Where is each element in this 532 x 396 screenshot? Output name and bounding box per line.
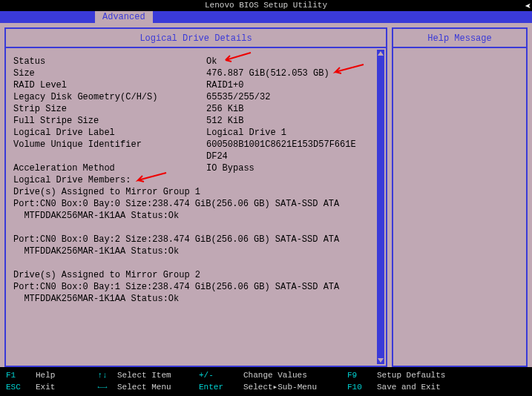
mirror-group-1-label: Drive(s) Assigned to Mirror Group 1 (13, 186, 374, 198)
hotkey-plusminus: +/- (199, 369, 243, 381)
full-stripe-label: Full Stripe Size (13, 115, 206, 127)
hotkey-esc: ESC (6, 381, 36, 393)
hotkey-leftright: ←→ (88, 381, 117, 393)
geometry-value: 65535/255/32 (206, 91, 374, 103)
main-area: Logical Drive Details StatusOk Size476.8… (0, 23, 532, 367)
hotkey-f9-desc: Setup Defaults (377, 369, 445, 381)
members-label: Logical Drive Members: (13, 174, 374, 186)
drive-entry: Port:CN0 Box:0 Bay:1 Size:238.474 GiB(25… (13, 281, 374, 293)
tab-bar: Advanced (0, 11, 532, 23)
drive-entry-detail: MTFDDAK256MAR-1K1AA Status:Ok (13, 245, 374, 257)
hotkey-enter: Enter (199, 381, 243, 393)
strip-value: 256 KiB (206, 103, 374, 115)
window-title: Lenovo BIOS Setup Utility (0, 0, 532, 11)
hotkey-f9: F9 (347, 369, 377, 381)
footer-hotkeys: F1 Help ↑↓ Select Item +/- Change Values… (0, 367, 532, 395)
hotkey-updown: ↑↓ (88, 369, 117, 381)
panel-help-message: Help Message (392, 27, 528, 367)
panel-logical-drive-details: Logical Drive Details StatusOk Size476.8… (4, 27, 387, 367)
drive-entry-detail: MTFDDAK256MAR-1K1AA Status:Ok (13, 210, 374, 222)
size-value: 476.887 GiB(512.053 GB) (206, 67, 374, 79)
status-label: Status (13, 56, 206, 67)
drive-label-value: Logical Drive 1 (206, 127, 374, 139)
full-stripe-value: 512 KiB (206, 115, 374, 127)
panel-left-title: Logical Drive Details (6, 29, 386, 48)
mirror-group-2-label: Drive(s) Assigned to Mirror Group 2 (13, 269, 374, 281)
scrollbar[interactable] (377, 50, 384, 364)
drive-label-label: Logical Drive Label (13, 127, 206, 139)
hotkey-esc-desc: Exit (36, 381, 88, 393)
hotkey-plusminus-desc: Change Values (243, 369, 347, 381)
panel-right-title: Help Message (393, 29, 526, 48)
vuid-value-2: DF24 (206, 151, 374, 162)
geometry-label: Legacy Disk Geometry(C/H/S) (13, 91, 206, 103)
raid-value: RAID1+0 (206, 79, 374, 91)
accel-value: IO Bypass (206, 162, 374, 174)
raid-label: RAID Level (13, 79, 206, 91)
hotkey-leftright-desc: Select Menu (117, 381, 199, 393)
hotkey-enter-desc: Select▸Sub-Menu (243, 381, 347, 393)
vuid-value-1: 600508B1001C8621E153D57F661E (206, 139, 374, 151)
accel-label: Acceleration Method (13, 162, 206, 174)
size-label: Size (13, 67, 206, 79)
strip-label: Strip Size (13, 103, 206, 115)
hotkey-f1: F1 (6, 369, 36, 381)
drive-entry-detail: MTFDDAK256MAR-1K1AA Status:Ok (13, 293, 374, 305)
details-content: StatusOk Size476.887 GiB(512.053 GB) RAI… (6, 48, 386, 312)
hotkey-updown-desc: Select Item (117, 369, 199, 381)
drive-entry: Port:CN0 Box:0 Bay:2 Size:238.474 GiB(25… (13, 234, 374, 245)
status-value: Ok (206, 56, 374, 67)
hotkey-f1-desc: Help (36, 369, 88, 381)
hotkey-f10-desc: Save and Exit (377, 381, 441, 393)
vuid-label: Volume Unique Identifier (13, 139, 206, 151)
drive-entry: Port:CN0 Box:0 Bay:0 Size:238.474 GiB(25… (13, 198, 374, 210)
hotkey-f10: F10 (347, 381, 377, 393)
tab-advanced[interactable]: Advanced (95, 11, 153, 23)
